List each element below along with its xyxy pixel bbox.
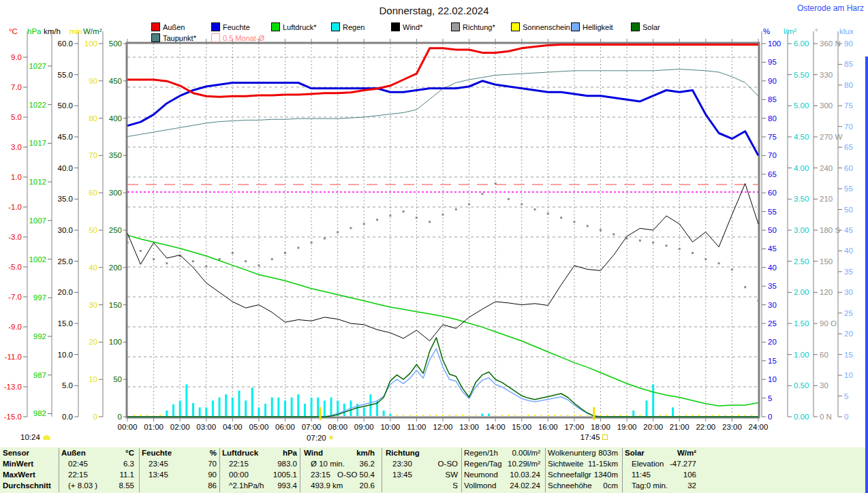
- x-axis-hour-label: 15:00: [508, 423, 536, 431]
- legend-item-feuchte: Feuchte: [211, 22, 250, 31]
- x-axis-hour-label: 20:00: [640, 423, 667, 431]
- x-axis-hour-label: 02:00: [166, 423, 193, 431]
- axis-temp-unit: °C: [9, 27, 18, 35]
- legend-item-solar: Solar: [631, 22, 660, 31]
- legend-item-monat: 0.5 Monat-Ø: [211, 33, 264, 42]
- axis-temp-tick: -3.0: [0, 233, 22, 241]
- x-axis-hour-label: 22:00: [692, 423, 719, 431]
- axis-deg-tick: 120: [820, 288, 833, 296]
- series-luftdruck: [127, 235, 758, 406]
- axis-pct-tick: 45: [768, 244, 777, 253]
- x-axis-hour-label: 21:00: [666, 423, 693, 431]
- axis-klux-tick: 35: [844, 268, 853, 276]
- table-solar-value: W/m²: [635, 449, 696, 458]
- table-atmosphaere-value: 11-15km: [557, 460, 618, 468]
- axis-klux-tick: 10: [844, 371, 853, 379]
- axis-pct-tick: 25: [768, 319, 777, 328]
- axis-kmh-tick: 45.0: [43, 133, 73, 141]
- series-aussen: [127, 45, 758, 97]
- table-column-divider: [300, 448, 300, 492]
- table-column-divider: [382, 448, 382, 492]
- moonrise-time: 10:24: [20, 433, 40, 441]
- series-feuchte: [127, 81, 758, 156]
- table-aussen-value: 11.1: [73, 471, 134, 479]
- table-wind-value: km/h: [313, 449, 375, 458]
- x-axis-hour-label: 14:00: [482, 423, 509, 431]
- x-axis-hour-label: 08:00: [324, 423, 352, 431]
- axis-pct-tick: 85: [768, 95, 777, 104]
- legend-swatch-aussen: [151, 22, 160, 31]
- legend-item-taupunkt: Taupunkt*: [151, 33, 196, 42]
- table-feuchte-value: 86: [155, 481, 217, 490]
- axis-klux-tick: 80: [844, 81, 853, 89]
- legend-item-sonnenschein: Sonnenschein: [511, 22, 570, 31]
- grid: [127, 39, 759, 422]
- axis-wm2-tick: 350: [92, 151, 122, 159]
- reference-lines: [127, 185, 758, 192]
- axis-kmh-tick: 15.0: [43, 319, 73, 328]
- table-luftdruck-value: 993.4: [236, 481, 297, 490]
- axis-klux-unit: klux: [839, 27, 853, 35]
- axis-hpa-tick: 1002: [16, 255, 46, 264]
- axis-pct-tick: 55: [768, 208, 777, 216]
- axis-hpa-tick: 1022: [16, 101, 46, 109]
- axis-pct-tick: 70: [768, 151, 777, 159]
- axis-wm2-tick: 250: [92, 226, 122, 234]
- axis-hpa-tick: 1027: [16, 62, 46, 70]
- table-row-header: Durchschnitt: [3, 481, 51, 490]
- sunset-icon: [602, 434, 608, 440]
- legend-label-feuchte: Feuchte: [223, 23, 250, 31]
- axis-hpa-tick: 982: [16, 409, 46, 417]
- axis-hpa-tick: 1017: [16, 139, 46, 147]
- axis-klux-tick: 60: [844, 164, 853, 172]
- legend-item-helligkeit: Helligkeit: [571, 22, 613, 31]
- legend-label-regen: Regen: [343, 23, 365, 31]
- axis-lm2-tick: 5.00: [794, 101, 809, 110]
- axis-lm2-tick: 0.00: [794, 413, 809, 421]
- axis-klux-tick: 85: [844, 60, 853, 68]
- axis-temp-tick: -13.0: [0, 383, 22, 391]
- table-solar-value: 32: [635, 481, 696, 490]
- axis-wm2-tick: 50: [92, 375, 122, 383]
- axis-kmh-tick: 20.0: [43, 288, 73, 296]
- legend-item-aussen: Außen: [151, 22, 185, 31]
- legend-label-sonnenschein: Sonnenschein: [523, 23, 570, 31]
- station-location-link[interactable]: Osterode am Harz: [797, 3, 864, 13]
- legend-swatch-sonnenschein: [511, 22, 520, 31]
- legend-swatch-helligkeit: [571, 22, 580, 31]
- axis-klux-tick: 75: [844, 101, 853, 110]
- axis-temp-tick: 5.0: [0, 113, 22, 121]
- axis-temp-tick: -9.0: [0, 323, 22, 331]
- axis-pct-tick: 75: [768, 133, 777, 141]
- axis-lm2-tick: 2.00: [794, 288, 809, 296]
- sunrise-icon: ☀: [328, 433, 335, 443]
- axis-pct-tick: 95: [768, 58, 777, 66]
- x-axis-hour-label: 07:00: [298, 423, 325, 431]
- axis-pct-unit: %: [763, 27, 770, 35]
- axis-wm2-tick: 0: [92, 413, 122, 421]
- table-richtung-value: S: [397, 481, 458, 490]
- axis-hpa-tick: 997: [16, 293, 46, 302]
- axis-temp-tick: -5.0: [0, 263, 22, 271]
- table-column-divider: [59, 448, 59, 492]
- axis-pct-tick: 50: [768, 226, 777, 234]
- sun-markers: [320, 407, 594, 420]
- axis-wm2-tick: 450: [92, 77, 122, 85]
- axis-kmh-tick: 40.0: [43, 164, 73, 172]
- table-feuchte-value: 70: [155, 460, 217, 468]
- axis-pct-tick: 40: [768, 264, 777, 272]
- table-solar-value: -47.277: [635, 460, 696, 468]
- x-axis-hour-label: 04:00: [219, 423, 246, 431]
- axis-pct-tick: 65: [768, 170, 777, 178]
- axis-hpa-unit: hPa: [27, 27, 41, 35]
- axis-lm2-tick: 4.00: [794, 164, 809, 172]
- legend-label-taupunkt: Taupunkt*: [163, 34, 196, 42]
- axis-pct-tick: 15: [768, 357, 777, 365]
- axis-lm2-tick: 3.00: [794, 226, 809, 234]
- table-richtung-value: O-SO: [397, 460, 458, 468]
- legend-swatch-wind: [391, 22, 400, 31]
- table-luftdruck-value: 983.0: [236, 460, 297, 468]
- axis-lm2-unit: l/m²: [784, 27, 796, 35]
- table-regen-mond-value: 10.03.24: [479, 471, 540, 479]
- sunrise-time-label: 07:20☀: [307, 433, 335, 443]
